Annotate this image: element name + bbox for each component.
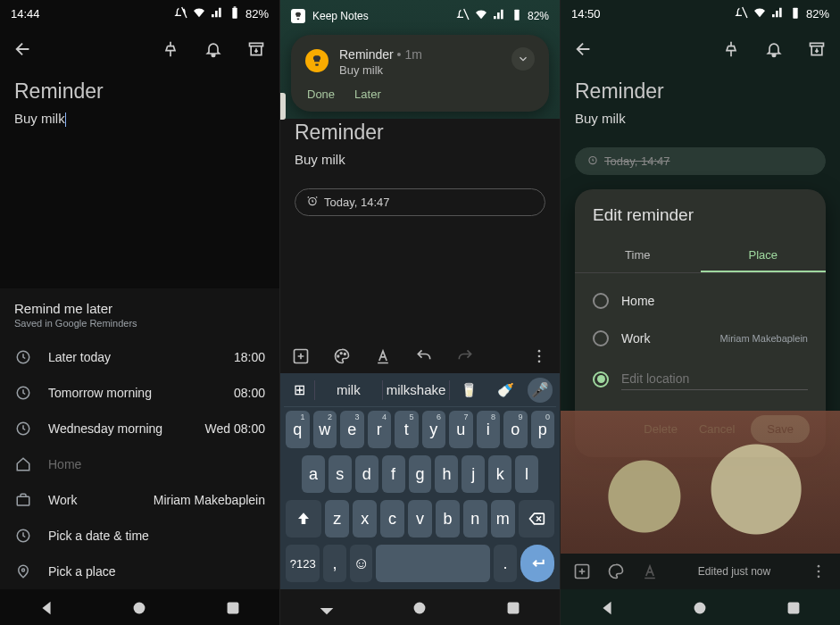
nav-back-icon[interactable]: [317, 598, 337, 618]
pin-icon[interactable]: [158, 37, 183, 62]
key-e[interactable]: e3: [340, 411, 364, 448]
edit-location-input[interactable]: [621, 368, 808, 390]
option-home[interactable]: Home: [593, 282, 808, 320]
tab-place[interactable]: Place: [701, 239, 827, 272]
back-icon[interactable]: [571, 37, 596, 62]
nav-recents-icon[interactable]: [223, 598, 243, 618]
suggestion-emoji[interactable]: 🍼: [487, 375, 524, 405]
nav-back-icon[interactable]: [37, 598, 56, 618]
battery-pct: 82%: [245, 7, 269, 21]
palette-icon[interactable]: [607, 562, 625, 580]
signal-icon: [492, 7, 506, 24]
suggestion-emoji[interactable]: 🥛: [450, 375, 487, 405]
key-y[interactable]: y6: [422, 411, 446, 448]
key-s[interactable]: s: [329, 455, 352, 493]
notif-action-later[interactable]: Later: [354, 88, 381, 101]
key-z[interactable]: z: [325, 500, 349, 538]
note-body[interactable]: Buy milk: [0, 107, 279, 143]
remind-row-work[interactable]: Work Miriam Makebaplein: [0, 482, 279, 518]
archive-icon[interactable]: [804, 37, 829, 62]
remind-me-later-panel: Remind me later Saved in Google Reminder…: [0, 288, 279, 589]
key-m[interactable]: m: [491, 500, 515, 538]
remind-row-pick-date[interactable]: Pick a date & time: [0, 518, 279, 554]
suggestion[interactable]: milkshake: [383, 375, 450, 404]
reminder-chip[interactable]: Today, 14:47: [575, 147, 826, 175]
edited-label: Edited just now: [675, 565, 794, 578]
enter-key[interactable]: [520, 545, 554, 582]
chevron-down-icon[interactable]: [511, 47, 535, 71]
key-q[interactable]: q1: [286, 411, 310, 448]
keyboard-menu-icon[interactable]: ⊞: [284, 381, 314, 398]
more-icon[interactable]: [529, 346, 549, 366]
back-icon[interactable]: [11, 37, 36, 62]
key-p[interactable]: p0: [531, 411, 555, 448]
nav-home-icon[interactable]: [410, 598, 429, 618]
add-box-icon[interactable]: [291, 346, 311, 366]
key-g[interactable]: g: [409, 455, 432, 493]
archive-icon[interactable]: [244, 37, 269, 62]
key-c[interactable]: c: [380, 500, 404, 538]
key-j[interactable]: j: [462, 455, 485, 493]
nav-recents-icon[interactable]: [784, 598, 803, 618]
remind-row-tomorrow[interactable]: Tomorrow morning 08:00: [0, 375, 279, 411]
text-format-icon[interactable]: [373, 346, 393, 366]
remind-row-wednesday[interactable]: Wednesday morning Wed 08:00: [0, 411, 279, 446]
comma-key[interactable]: ,: [323, 545, 346, 582]
pin-icon[interactable]: [719, 37, 744, 62]
key-a[interactable]: a: [302, 455, 325, 493]
remind-row-home[interactable]: Home: [0, 446, 279, 482]
key-u[interactable]: u7: [449, 411, 473, 448]
svg-point-18: [538, 355, 541, 358]
notification-card[interactable]: Reminder • 1m Buy milk Done Later: [291, 35, 549, 112]
nav-home-icon[interactable]: [690, 598, 710, 618]
reminder-icon[interactable]: [201, 37, 226, 62]
clock: 14:50: [571, 7, 601, 21]
svg-point-28: [818, 576, 820, 579]
key-f[interactable]: f: [382, 455, 405, 493]
option-work[interactable]: Work Miriam Makebaplein: [593, 320, 808, 357]
symbols-key[interactable]: ?123: [286, 545, 320, 582]
notif-action-done[interactable]: Done: [307, 88, 335, 101]
add-box-icon[interactable]: [573, 562, 591, 580]
key-w[interactable]: w2: [313, 411, 337, 448]
more-icon[interactable]: [810, 562, 828, 580]
reminder-icon[interactable]: [761, 37, 786, 62]
nav-recents-icon[interactable]: [503, 598, 523, 618]
remind-row-pick-place[interactable]: Pick a place: [0, 554, 279, 589]
note-body[interactable]: Buy milk: [561, 107, 840, 142]
period-key[interactable]: .: [494, 545, 517, 582]
note-title[interactable]: Reminder: [0, 74, 279, 107]
shift-key[interactable]: [286, 500, 321, 538]
option-edit-location[interactable]: [593, 357, 808, 401]
key-k[interactable]: k: [488, 455, 511, 493]
mic-icon[interactable]: 🎤: [528, 378, 553, 403]
space-key[interactable]: [376, 545, 490, 582]
key-d[interactable]: d: [355, 455, 378, 493]
nav-back-icon[interactable]: [597, 598, 617, 618]
svg-point-27: [818, 571, 820, 573]
note-title[interactable]: Reminder: [280, 119, 560, 148]
nav-home-icon[interactable]: [129, 598, 149, 618]
key-r[interactable]: r4: [368, 411, 392, 448]
key-i[interactable]: i8: [477, 411, 501, 448]
key-b[interactable]: b: [436, 500, 460, 538]
alarm-icon: [306, 195, 319, 210]
tab-time[interactable]: Time: [575, 239, 701, 272]
suggestion[interactable]: milk: [315, 375, 382, 404]
key-t[interactable]: t5: [395, 411, 419, 448]
palette-icon[interactable]: [332, 346, 352, 366]
key-x[interactable]: x: [353, 500, 377, 538]
key-h[interactable]: h: [435, 455, 458, 493]
note-body[interactable]: Buy milk: [280, 148, 560, 183]
reminder-chip[interactable]: Today, 14:47: [295, 188, 545, 216]
undo-icon[interactable]: [414, 346, 434, 366]
key-l[interactable]: l: [515, 455, 538, 493]
key-o[interactable]: o9: [503, 411, 528, 448]
key-n[interactable]: n: [463, 500, 487, 538]
key-v[interactable]: v: [408, 500, 432, 538]
emoji-key[interactable]: ☺: [350, 545, 373, 582]
app-bar: [561, 24, 840, 74]
remind-row-later-today[interactable]: Later today 18:00: [0, 339, 279, 375]
backspace-key[interactable]: [519, 500, 554, 538]
note-title[interactable]: Reminder: [561, 74, 840, 107]
